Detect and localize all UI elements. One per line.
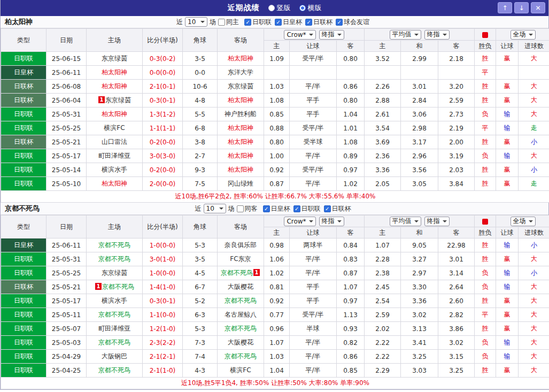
date-cell: 25-04-25 [47, 364, 87, 378]
away-team-cell: 奈良俱乐部 [218, 239, 264, 252]
corner-cell: 10-6 [183, 80, 218, 94]
col-ah-away: 客 [337, 227, 365, 239]
team-name-text: 柏太阳神 [102, 68, 127, 76]
competition-checkbox[interactable]: 日联杯 [305, 18, 333, 27]
goals-cell: 大 [519, 350, 549, 364]
competition-checkbox[interactable]: 日皇杯 [263, 204, 290, 213]
table-row: 日联杯25-06-041东京绿茵0-3(0-1)4-8柏太阳神1.08平手0.8… [1, 94, 549, 107]
competition-checkbox[interactable]: 日职联 [293, 204, 321, 213]
date-cell: 25-05-03 [47, 336, 87, 350]
date-cell: 25-05-21 [47, 135, 87, 149]
handicap-result-cell: 赢 [496, 135, 519, 149]
type-cell: 日职联 [1, 252, 47, 266]
eu-away-odds-cell: 2.60 [438, 294, 475, 308]
checkbox-label: 日皇杯 [271, 204, 290, 213]
competition-checkbox[interactable]: 日皇杯 [275, 18, 302, 27]
date-cell: 25-06-08 [47, 80, 87, 94]
corner-cell: 3-5 [183, 252, 218, 266]
ah-away-odds-cell: 0.85 [337, 364, 365, 378]
competition-filters: 日职联日皇杯日联杯球会友谊 [244, 18, 373, 27]
handicap-result-cell: 输 [496, 107, 519, 121]
euro-odds-select[interactable]: 平均值 [390, 217, 421, 226]
ah-line-cell: 受平/半 [290, 308, 337, 322]
ah-home-odds-cell [264, 66, 290, 80]
team-name-text: 冈山绿雉 [228, 180, 253, 187]
odds-stage-select[interactable]: 终指 [319, 30, 344, 40]
table-row: 日职联25-05-14横滨水手0-2(0-0)9-3柏太阳神0.92受平/半0.… [1, 163, 549, 177]
odds-company-select[interactable]: Crow* [284, 217, 315, 226]
same-venue-checkbox[interactable]: 同客 [237, 204, 258, 213]
competition-checkbox[interactable]: 日职联 [244, 18, 272, 27]
score-cell: 1-2(1-0) [143, 322, 183, 336]
scroll-down-button[interactable]: ↓ [514, 2, 529, 13]
score-cell: 2-1(1-0) [143, 364, 183, 378]
view-option-vertical[interactable]: 竖版 [268, 3, 291, 13]
eu-home-odds-cell: 2.05 [365, 177, 401, 191]
home-team-cell: 大阪钢巴 [87, 350, 143, 364]
score-cell: 0-2(0-0) [143, 163, 183, 177]
euro-stage-select[interactable]: 终指 [424, 217, 450, 226]
ah-home-odds-cell: 1.02 [264, 266, 290, 280]
type-cell: 日职联 [1, 322, 47, 336]
type-cell: 日职联 [1, 350, 47, 364]
away-team-cell: 神户胜利船 [218, 107, 264, 121]
competition-checkbox[interactable]: 日联杯 [324, 204, 351, 213]
eu-away-odds-cell: 2.19 [438, 121, 475, 135]
checkbox-label: 球会友谊 [344, 18, 369, 27]
col-eu-away: 客 [438, 41, 475, 52]
scope-select[interactable]: 全场 [511, 217, 536, 226]
col-away: 客场 [218, 216, 264, 239]
score-cell: 2-3(2-2) [143, 336, 183, 350]
ah-home-odds-cell: 1.00 [264, 149, 290, 163]
ah-away-odds-cell: 0.84 [337, 239, 365, 252]
ah-home-odds-cell: 1.07 [264, 336, 290, 350]
summary-text: 近10场,胜6平2负2, 胜率:60% 让胜率:66.7% 大率:55.6% 单… [1, 191, 549, 203]
ah-away-odds-cell: 0.86 [337, 80, 365, 94]
match-count-select[interactable]: 10 [204, 204, 226, 213]
close-button[interactable]: ✕ [531, 2, 545, 13]
ah-line-cell: 平手 [290, 107, 337, 121]
goals-cell: 大 [519, 364, 549, 378]
ah-away-odds-cell: 0.97 [337, 294, 365, 308]
type-cell: 日职联 [1, 149, 47, 163]
col-eu-home: 主 [365, 227, 401, 239]
scope-select[interactable]: 全场 [511, 30, 536, 40]
eu-home-odds-cell: 1.07 [365, 239, 401, 252]
handicap-result-cell: 赢 [496, 52, 519, 66]
col-date: 日期 [47, 29, 87, 52]
goals-cell [519, 66, 549, 80]
score-cell: 0-3(0-1) [143, 94, 183, 107]
titlebar: 近期战绩 竖版 横版 ↑ ↓ ✕ [1, 0, 548, 16]
team-name-text: 柏太阳神 [102, 82, 127, 90]
handicap-result-cell: 输 [496, 149, 519, 163]
goals-cell: 大 [519, 322, 549, 336]
team-name-text: 柏太阳神 [228, 124, 253, 132]
odds-stage-select[interactable]: 终指 [319, 217, 344, 226]
eu-home-odds-cell: 2.45 [365, 280, 401, 294]
odds-company-select[interactable]: Crow* [284, 30, 315, 40]
view-option-horizontal[interactable]: 横版 [299, 3, 322, 13]
euro-odds-select[interactable]: 平均值 [390, 30, 421, 40]
match-count-select[interactable]: 10 [185, 17, 207, 27]
euro-stage-select[interactable]: 终指 [424, 30, 450, 40]
corner-cell: 5-3 [183, 322, 218, 336]
date-cell: 25-05-10 [47, 177, 87, 191]
scroll-up-button[interactable]: ↑ [498, 2, 512, 13]
eu-away-odds-cell: 2.18 [438, 52, 475, 66]
eu-home-odds-cell: 3.36 [365, 163, 401, 177]
col-corner: 角球 [183, 216, 218, 239]
ah-home-odds-cell: 0.80 [264, 135, 290, 149]
team-name-text: 京都不死鸟 [98, 339, 130, 346]
red-marker-icon [482, 219, 488, 225]
table-row: 日职联25-05-07町田泽维亚1-2(1-0)5-3京都不死鸟0.96半球0.… [1, 322, 549, 336]
result-cell: 负 [475, 266, 496, 280]
type-cell: 日职联 [1, 364, 47, 378]
eu-draw-odds-cell: 2.96 [401, 149, 438, 163]
score-cell: 0-3(0-2) [143, 52, 183, 66]
ah-away-odds-cell: 1.04 [337, 107, 365, 121]
table-row: 日职联25-05-25东京绿茵1-0(0-0)4-5京都不死鸟11.02平/半0… [1, 266, 549, 280]
competition-checkbox[interactable]: 球会友谊 [336, 18, 369, 27]
same-venue-checkbox[interactable]: 同主 [218, 18, 239, 27]
results-table: 类型 日期 主场 比分(半场) 角球 客场 Crow* 终指 平均值 [1, 28, 549, 203]
checkbox-checked-icon [244, 19, 251, 26]
